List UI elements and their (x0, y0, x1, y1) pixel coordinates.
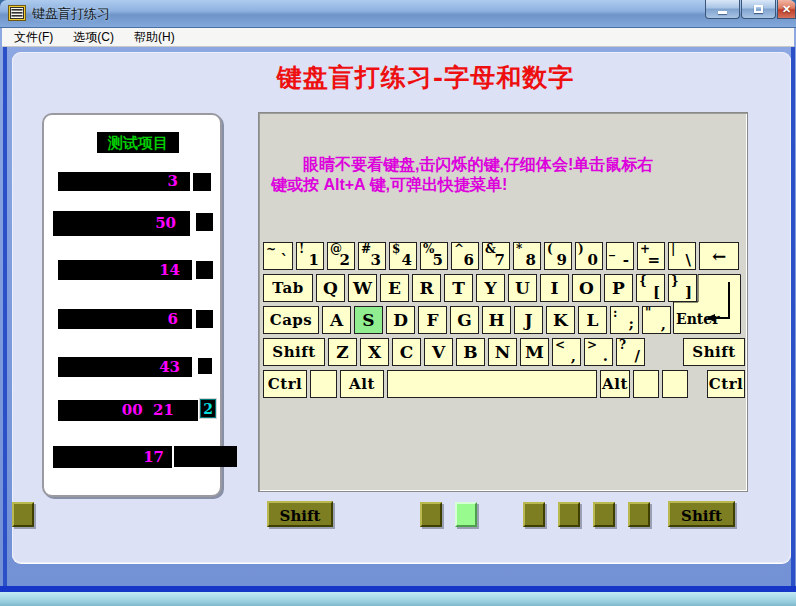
key-w[interactable]: W (348, 274, 377, 302)
stat-bar: 17 (53, 446, 172, 468)
key-bracket-open[interactable]: {[ (636, 274, 665, 302)
key-2[interactable]: @2 (327, 242, 355, 270)
key-c[interactable]: C (392, 338, 421, 366)
key-equals[interactable]: += (637, 242, 665, 270)
finger-square-8 (12, 502, 34, 527)
stat-bar: 43 (58, 357, 192, 377)
key-win[interactable] (310, 370, 337, 398)
key-x[interactable]: X (360, 338, 389, 366)
stat-bar: 00 21 (58, 400, 198, 421)
finger-shift-left[interactable]: Shift (267, 501, 333, 527)
keyboard-row-4: ShiftZXCVBNM<,>.?/Shift (263, 338, 745, 366)
key-o[interactable]: O (572, 274, 601, 302)
app-window: 键盘盲打练习 ✕ 文件(F) 选项(C) 帮助(H) 键盘盲打练习-字母和数字 … (0, 0, 796, 606)
maximize-button[interactable] (741, 0, 776, 19)
key-l[interactable]: L (578, 306, 607, 334)
test-panel-header: 测试项目 (97, 132, 179, 153)
key-k[interactable]: K (546, 306, 575, 334)
titlebar[interactable]: 键盘盲打练习 ✕ (0, 0, 796, 28)
stat-square (196, 261, 213, 279)
key-f[interactable]: F (418, 306, 447, 334)
key-slash[interactable]: ?/ (616, 338, 645, 366)
key-menu[interactable] (633, 370, 659, 398)
current-key-badge: 2 (200, 399, 216, 418)
key-enter[interactable]: Enter (673, 274, 741, 334)
key-semicolon[interactable]: :; (610, 306, 639, 334)
key-y[interactable]: Y (476, 274, 505, 302)
key-shift-right[interactable]: Shift (683, 338, 745, 366)
key-0[interactable]: )0 (575, 242, 603, 270)
key-d[interactable]: D (386, 306, 415, 334)
key-caps[interactable]: Caps (263, 306, 319, 334)
key-1[interactable]: !1 (296, 242, 324, 270)
key-shift-left[interactable]: Shift (263, 338, 325, 366)
client-area: 键盘盲打练习-字母和数字 测试项目 3 50 14 6 43 (12, 52, 791, 563)
menu-file[interactable]: 文件(F) (6, 28, 61, 47)
stat-bar: 50 (53, 211, 190, 236)
page-title: 键盘盲打练习-字母和数字 (36, 61, 796, 94)
key-n[interactable]: N (488, 338, 517, 366)
key-ctrl-right[interactable]: Ctrl (707, 370, 745, 398)
instructions-line-2: 键或按 Alt+A 键,可弹出快捷菜单! (271, 175, 733, 195)
finger-square-6 (628, 502, 650, 527)
key-i[interactable]: I (540, 274, 569, 302)
key-9[interactable]: (9 (544, 242, 572, 270)
key-j[interactable]: J (514, 306, 543, 334)
key-minus[interactable]: _- (606, 242, 634, 270)
key-z[interactable]: Z (328, 338, 357, 366)
close-icon: ✕ (782, 3, 791, 16)
key-t[interactable]: T (444, 274, 473, 302)
keyboard-row-1: ~`!1@2#3$4%5^6&7*8(9)0_-+=|\← (263, 242, 745, 270)
key-backslash[interactable]: |\ (668, 242, 696, 270)
key-quote[interactable]: ", (642, 306, 671, 334)
key-tab[interactable]: Tab (263, 274, 313, 302)
key-r[interactable]: R (412, 274, 441, 302)
key-s[interactable]: S (354, 306, 383, 334)
key-m[interactable]: M (520, 338, 549, 366)
key-enter-label: Enter (676, 311, 720, 327)
key-ctrl-left[interactable]: Ctrl (263, 370, 307, 398)
window-title: 键盘盲打练习 (32, 5, 110, 23)
finger-square-4 (558, 502, 580, 527)
maximize-icon (754, 5, 763, 13)
key-7[interactable]: &7 (482, 242, 510, 270)
key-space[interactable] (387, 370, 597, 398)
finger-shift-right[interactable]: Shift (668, 501, 735, 527)
minimize-button[interactable] (705, 0, 740, 19)
key-backquote[interactable]: ~` (263, 242, 293, 270)
key-4[interactable]: $4 (389, 242, 417, 270)
frame-edge-glass (0, 592, 796, 606)
key-comma[interactable]: <, (552, 338, 581, 366)
key-b[interactable]: B (456, 338, 485, 366)
key-u[interactable]: U (508, 274, 537, 302)
key-v[interactable]: V (424, 338, 453, 366)
stat-bar-extra (174, 446, 237, 467)
key-blank[interactable] (662, 370, 688, 398)
keyboard-row-5: CtrlAltAltCtrl (263, 370, 745, 398)
key-5[interactable]: %5 (420, 242, 448, 270)
key-3[interactable]: #3 (358, 242, 386, 270)
key-period[interactable]: >. (584, 338, 613, 366)
instructions-line-1: 眼睛不要看键盘,击闪烁的键,仔细体会!单击鼠标右 (271, 155, 733, 175)
stat-bar: 3 (58, 172, 190, 191)
key-6[interactable]: ^6 (451, 242, 479, 270)
key-alt-right[interactable]: Alt (600, 370, 630, 398)
key-alt-left[interactable]: Alt (340, 370, 384, 398)
key-e[interactable]: E (380, 274, 409, 302)
finger-indicator-row: Shift Shift (12, 501, 791, 531)
window-controls: ✕ (704, 0, 796, 20)
instructions: 眼睛不要看键盘,击闪烁的键,仔细体会!单击鼠标右 键或按 Alt+A 键,可弹出… (271, 155, 733, 195)
key-8[interactable]: *8 (513, 242, 541, 270)
key-a[interactable]: A (322, 306, 351, 334)
menu-options[interactable]: 选项(C) (65, 28, 122, 47)
finger-square-2-active (455, 502, 477, 527)
key-q[interactable]: Q (316, 274, 345, 302)
minimize-icon (718, 11, 727, 14)
key-g[interactable]: G (450, 306, 479, 334)
key-p[interactable]: P (604, 274, 633, 302)
close-button[interactable]: ✕ (777, 0, 796, 19)
key-backspace[interactable]: ← (699, 242, 739, 270)
stat-square (198, 358, 212, 374)
key-h[interactable]: H (482, 306, 511, 334)
menu-help[interactable]: 帮助(H) (126, 28, 183, 47)
